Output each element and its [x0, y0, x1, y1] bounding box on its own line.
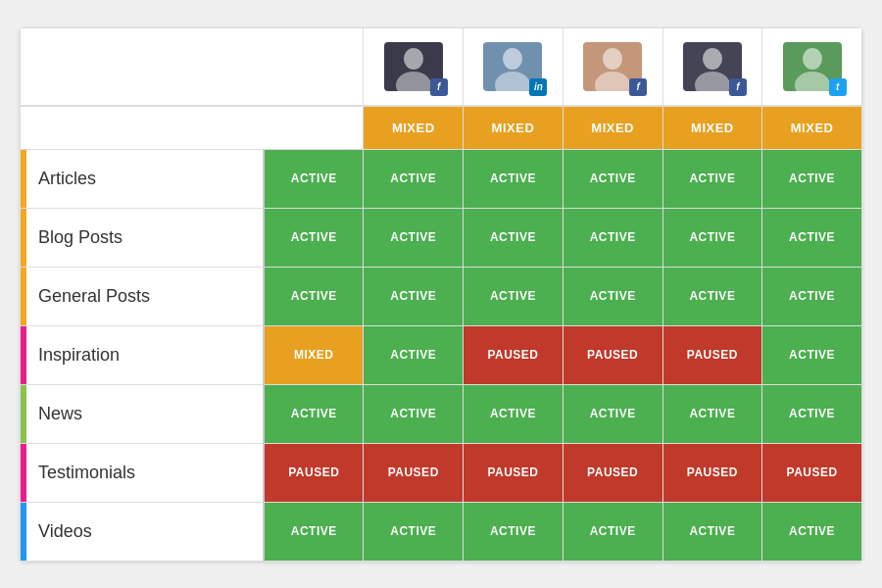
row-label-2: Blog Posts: [21, 208, 265, 267]
avatar-wrapper-4: f: [681, 40, 744, 93]
cell-7-5[interactable]: ACTIVE: [762, 502, 862, 561]
cell-2-4[interactable]: ACTIVE: [662, 208, 762, 267]
cell-4-2[interactable]: PAUSED: [464, 325, 564, 384]
row-status-4[interactable]: MIXED: [264, 325, 364, 384]
svg-point-0: [404, 48, 423, 70]
cell-7-2[interactable]: ACTIVE: [464, 502, 564, 561]
cell-6-5[interactable]: PAUSED: [762, 443, 862, 502]
row-label-text-1: Articles: [38, 169, 96, 188]
cell-2-3[interactable]: ACTIVE: [563, 208, 662, 267]
row-side-bar-1: [21, 150, 26, 208]
table-row: VideosACTIVEACTIVEACTIVEACTIVEACTIVEACTI…: [21, 502, 862, 561]
row-side-bar-2: [21, 209, 26, 267]
table-row: InspirationMIXEDACTIVEPAUSEDPAUSEDPAUSED…: [21, 325, 862, 384]
subheader-corner: [21, 106, 364, 149]
cell-1-4[interactable]: ACTIVE: [662, 149, 762, 208]
row-side-bar-3: [21, 268, 26, 325]
cell-7-3[interactable]: ACTIVE: [563, 502, 662, 561]
table-row: Blog PostsACTIVEACTIVEACTIVEACTIVEACTIVE…: [21, 208, 862, 267]
cell-7-4[interactable]: ACTIVE: [662, 502, 762, 561]
cell-3-4[interactable]: ACTIVE: [662, 267, 762, 325]
subheader-mixed-3[interactable]: MIXED: [563, 106, 662, 149]
row-status-5[interactable]: ACTIVE: [264, 384, 364, 443]
cell-5-2[interactable]: ACTIVE: [464, 384, 564, 443]
avatar-header-5[interactable]: t: [762, 27, 862, 106]
cell-1-1[interactable]: ACTIVE: [364, 149, 464, 208]
cell-5-4[interactable]: ACTIVE: [662, 384, 762, 443]
cell-4-5[interactable]: ACTIVE: [762, 325, 862, 384]
row-label-text-3: General Posts: [38, 286, 150, 306]
avatar-header-3[interactable]: f: [563, 27, 662, 106]
cell-5-3[interactable]: ACTIVE: [563, 384, 662, 443]
cell-3-3[interactable]: ACTIVE: [563, 267, 662, 325]
cell-4-1[interactable]: ACTIVE: [364, 325, 464, 384]
row-status-3[interactable]: ACTIVE: [264, 267, 364, 325]
row-side-bar-4: [21, 326, 26, 384]
subheader-mixed-5[interactable]: MIXED: [762, 106, 862, 149]
avatar-wrapper-3: f: [581, 40, 644, 93]
cell-6-1[interactable]: PAUSED: [364, 443, 464, 502]
main-table-wrapper: f in: [20, 27, 862, 562]
avatar-header-1[interactable]: f: [364, 27, 464, 106]
cell-2-1[interactable]: ACTIVE: [364, 208, 464, 267]
svg-point-4: [603, 48, 622, 70]
svg-point-5: [595, 72, 630, 91]
cell-1-3[interactable]: ACTIVE: [563, 149, 662, 208]
cell-1-2[interactable]: ACTIVE: [464, 149, 564, 208]
row-label-text-7: Videos: [38, 521, 92, 541]
social-badge-tw-5: t: [829, 78, 847, 96]
svg-point-1: [396, 72, 431, 91]
row-label-3: General Posts: [21, 267, 265, 325]
row-status-7[interactable]: ACTIVE: [264, 502, 364, 561]
row-label-6: Testimonials: [21, 443, 265, 502]
social-badge-li-2: in: [529, 78, 547, 96]
cell-5-1[interactable]: ACTIVE: [364, 384, 464, 443]
corner-cell: [21, 27, 364, 106]
subheader-mixed-1[interactable]: MIXED: [364, 106, 464, 149]
subheader-mixed-4[interactable]: MIXED: [662, 106, 762, 149]
svg-point-6: [703, 48, 722, 70]
cell-2-2[interactable]: ACTIVE: [464, 208, 564, 267]
subheader-row: MIXEDMIXEDMIXEDMIXEDMIXED: [21, 106, 862, 149]
row-label-text-2: Blog Posts: [38, 227, 122, 247]
table-row: General PostsACTIVEACTIVEACTIVEACTIVEACT…: [21, 267, 862, 325]
cell-6-4[interactable]: PAUSED: [662, 443, 762, 502]
avatar-header-2[interactable]: in: [464, 27, 564, 106]
row-status-2[interactable]: ACTIVE: [264, 208, 364, 267]
cell-7-1[interactable]: ACTIVE: [364, 502, 464, 561]
cell-3-2[interactable]: ACTIVE: [464, 267, 564, 325]
row-label-4: Inspiration: [21, 325, 265, 384]
cell-3-1[interactable]: ACTIVE: [364, 267, 464, 325]
table-row: TestimonialsPAUSEDPAUSEDPAUSEDPAUSEDPAUS…: [21, 443, 862, 502]
avatar-wrapper-5: t: [781, 40, 844, 93]
cell-4-4[interactable]: PAUSED: [662, 325, 762, 384]
svg-point-2: [503, 48, 522, 70]
cell-6-2[interactable]: PAUSED: [464, 443, 564, 502]
cell-1-5[interactable]: ACTIVE: [762, 149, 862, 208]
row-side-bar-5: [21, 385, 26, 443]
cell-5-5[interactable]: ACTIVE: [762, 384, 862, 443]
row-label-5: News: [21, 384, 265, 443]
social-badge-fb-1: f: [430, 78, 448, 96]
svg-point-7: [695, 72, 730, 91]
cell-2-5[interactable]: ACTIVE: [762, 208, 862, 267]
cell-4-3[interactable]: PAUSED: [563, 325, 662, 384]
cell-3-5[interactable]: ACTIVE: [762, 267, 862, 325]
svg-point-8: [803, 48, 822, 70]
subheader-mixed-2[interactable]: MIXED: [464, 106, 564, 149]
svg-point-9: [795, 72, 830, 91]
social-badge-fb-4: f: [729, 78, 747, 96]
row-status-6[interactable]: PAUSED: [264, 443, 364, 502]
row-side-bar-6: [21, 444, 26, 502]
table-row: ArticlesACTIVEACTIVEACTIVEACTIVEACTIVEAC…: [21, 149, 862, 208]
avatar-wrapper-1: f: [382, 40, 445, 93]
table-row: NewsACTIVEACTIVEACTIVEACTIVEACTIVEACTIVE: [21, 384, 862, 443]
avatar-header-4[interactable]: f: [662, 27, 762, 106]
avatar-header-row: f in: [21, 27, 862, 106]
row-status-1[interactable]: ACTIVE: [264, 149, 364, 208]
social-badge-fb-3: f: [629, 78, 647, 96]
status-grid-table: f in: [20, 27, 862, 562]
row-label-text-4: Inspiration: [38, 345, 120, 365]
row-label-text-5: News: [38, 404, 82, 423]
cell-6-3[interactable]: PAUSED: [563, 443, 662, 502]
